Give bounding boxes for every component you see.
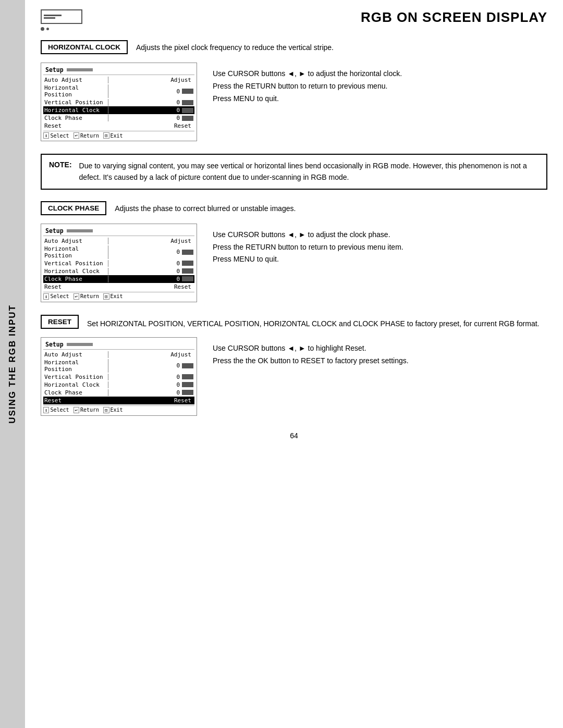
sidebar: USING THE RGB INPUT [0,0,25,728]
clock-phase-desc: Adjusts the phase to correct blurred or … [115,201,547,213]
osd-title-r: Setup [43,340,194,350]
reset-section: RESET Set HORIZONTAL POSITION, VERTICAL … [41,315,547,416]
osd-title-bar-cp [67,229,93,232]
osd-auto-row-hc: Auto Adjust Adjust [43,76,194,84]
reset-osd: Setup Auto Adjust Adjust Horizontal Posi… [41,337,197,416]
logo-dots [41,27,82,31]
osd-auto-sep-hc [104,77,108,83]
osd-label-cphase-hc: Clock Phase [44,115,104,121]
reset-instr-1: Use CURSOR buttons ◄, ► to highlight Res… [213,342,409,355]
osd-footer-return-hc: ↩ Return [74,132,100,139]
osd-title-hc: Setup [43,65,194,75]
osd-row-reset-r: Reset Reset [43,397,194,404]
osd-row-hclock-cp: Horizontal Clock 0 [43,267,194,275]
osd-label-hpos-cp: Horizontal Position [44,245,104,259]
hc-instr-1: Use CURSOR buttons ◄, ► to adjust the ho… [213,68,402,80]
osd-sep-hpos-hc [104,84,108,98]
osd-row-cphase-r: Clock Phase 0 [43,389,194,397]
osd-row-vpos-hc: Vertical Position 0 [43,98,194,106]
osd-row-hpos-r: Horizontal Position 0 [43,359,194,373]
reset-content: Setup Auto Adjust Adjust Horizontal Posi… [41,337,547,416]
hc-instr-2: Press the RETURN button to return to pre… [213,80,402,93]
osd-row-hpos-hc: Horizontal Position 0 [43,84,194,98]
osd-auto-sep-cp [104,238,108,244]
osd-row-reset-cp: Reset Reset [43,283,194,291]
osd-sep-cphase-hc [104,115,108,121]
header: RGB ON SCREEN DISPLAY [41,9,547,31]
sidebar-label: USING THE RGB INPUT [7,304,18,424]
osd-label-hclock-cp: Horizontal Clock [44,268,104,275]
logo-dot-2 [46,28,49,30]
osd-row-reset-hc: Reset Reset [43,122,194,130]
main-content: RGB ON SCREEN DISPLAY HORIZONTAL CLOCK A… [25,0,563,455]
clock-phase-instructions: Use CURSOR buttons ◄, ► to adjust the cl… [213,224,403,266]
hc-instr-3: Press MENU to quit. [213,93,402,105]
osd-right-vpos-hc: 0 [111,99,193,106]
osd-row-hclock-r: Horizontal Clock 0 [43,381,194,389]
osd-val-reset-hc: Reset [62,122,193,129]
osd-auto-label-hc: Auto Adjust [44,77,104,83]
osd-footer-r: ↕ Select ↩ Return ⊡ Exit [43,405,194,413]
osd-sep-hclock-hc [104,107,108,114]
cp-instr-1: Use CURSOR buttons ◄, ► to adjust the cl… [213,229,403,241]
logo-line-1 [44,15,62,16]
horizontal-clock-content: Setup Auto Adjust Adjust Horizontal Posi… [41,63,547,141]
osd-title-text-r: Setup [45,341,64,348]
osd-footer-cp: ↕ Select ↩ Return ⊡ Exit [43,292,194,300]
logo-lines [44,15,62,19]
osd-right-cphase-hc: 0 [111,115,193,121]
reset-instr-2: Press the the OK button to RESET to fact… [213,355,409,367]
horizontal-clock-osd: Setup Auto Adjust Adjust Horizontal Posi… [41,63,197,141]
clock-phase-label: CLOCK PHASE [41,201,106,215]
logo-line-2 [44,17,55,19]
osd-footer-select-hc: ↕ Select [43,132,69,139]
logo-area [41,9,82,31]
osd-title-text-cp: Setup [45,227,64,235]
osd-label-vpos-hc: Vertical Position [44,99,104,106]
osd-footer-hc: ↕ Select ↩ Return ⊡ Exit [43,131,194,139]
note-text: Due to varying signal content, you may s… [79,160,539,183]
osd-right-hpos-hc: 0 [111,88,193,95]
osd-row-hpos-cp: Horizontal Position 0 [43,245,194,260]
osd-label-hpos-hc: Horizontal Position [44,84,104,98]
osd-auto-row-r: Auto Adjust Adjust [43,351,194,359]
cp-instr-3: Press MENU to quit. [213,253,403,266]
osd-auto-row-cp: Auto Adjust Adjust [43,237,194,245]
clock-phase-osd: Setup Auto Adjust Adjust Horizontal Posi… [41,224,197,302]
cp-instr-2: Press the RETURN button to return to pre… [213,241,403,254]
clock-phase-section: CLOCK PHASE Adjusts the phase to correct… [41,201,547,302]
osd-sep-vpos-hc [104,99,108,106]
osd-title-bar-hc [67,68,93,71]
osd-title-text-hc: Setup [45,66,64,73]
osd-row-cphase-hc: Clock Phase 0 [43,114,194,122]
reset-instructions: Use CURSOR buttons ◄, ► to highlight Res… [213,337,409,367]
osd-auto-right-cp: Adjust [111,238,193,244]
reset-header: RESET Set HORIZONTAL POSITION, VERTICAL … [41,315,547,332]
note-box: NOTE: Due to varying signal content, you… [41,154,547,190]
page-number: 64 [41,431,547,440]
reset-label: RESET [41,315,79,329]
clock-phase-content: Setup Auto Adjust Adjust Horizontal Posi… [41,224,547,302]
osd-row-vpos-r: Vertical Position 0 [43,373,194,381]
osd-footer-exit-hc: ⊡ Exit [103,132,123,139]
osd-label-reset-hc: Reset [44,122,62,129]
osd-label-hclock-hc: Horizontal Clock [44,107,104,114]
osd-label-cphase-cp: Clock Phase [44,276,104,282]
osd-auto-right-hc: Adjust [111,77,193,83]
page-title: RGB ON SCREEN DISPLAY [361,9,547,26]
logo-box [41,9,82,24]
logo-dot-1 [41,27,44,31]
osd-title-cp: Setup [43,226,194,236]
osd-row-vpos-cp: Vertical Position 0 [43,260,194,267]
osd-right-hclock-hc: 0 [111,107,193,114]
horizontal-clock-section: HORIZONTAL CLOCK Adjusts the pixel clock… [41,40,547,141]
horizontal-clock-desc: Adjusts the pixel clock frequency to red… [136,40,547,52]
reset-desc: Set HORIZONTAL POSITION, VERTICAL POSITI… [87,315,547,329]
osd-title-bar-r [67,343,93,346]
osd-row-hclock-hc: Horizontal Clock 0 [43,106,194,114]
horizontal-clock-instructions: Use CURSOR buttons ◄, ► to adjust the ho… [213,63,402,105]
clock-phase-header: CLOCK PHASE Adjusts the phase to correct… [41,201,547,218]
note-label: NOTE: [49,160,72,183]
horizontal-clock-header: HORIZONTAL CLOCK Adjusts the pixel clock… [41,40,547,57]
osd-auto-label-cp: Auto Adjust [44,238,104,244]
